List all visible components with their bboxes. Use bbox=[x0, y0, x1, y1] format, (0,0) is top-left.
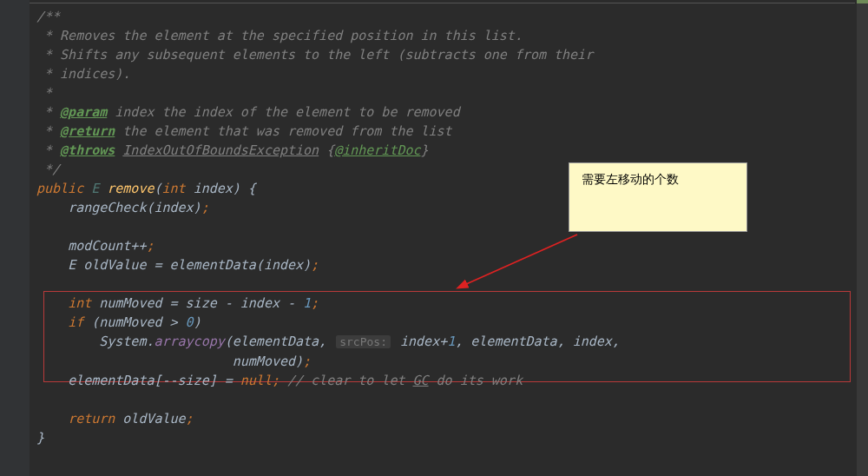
javadoc-line: * Removes the element at the specified p… bbox=[36, 28, 523, 43]
sticky-note[interactable]: 需要左移动的个数 bbox=[569, 162, 747, 232]
param-index: index bbox=[194, 181, 233, 196]
code-editor[interactable]: /** * Removes the element at the specifi… bbox=[0, 0, 868, 476]
oldvalue-decl: E oldValue = elementData(index) bbox=[68, 257, 311, 273]
code-block[interactable]: /** * Removes the element at the specifi… bbox=[36, 7, 620, 447]
line-comment: // clear to let bbox=[287, 373, 413, 388]
num-1: 1 bbox=[303, 295, 311, 311]
javadoc-star: * bbox=[36, 123, 60, 139]
return-text: the element that was removed from the li… bbox=[115, 123, 451, 139]
javadoc-close: */ bbox=[36, 162, 60, 177]
javadoc-line: * indices). bbox=[36, 66, 130, 82]
error-stripe-marker[interactable] bbox=[857, 0, 868, 3]
arraycopy: arraycopy bbox=[154, 334, 224, 349]
kw-if: if bbox=[68, 314, 83, 330]
num-1: 1 bbox=[447, 334, 455, 349]
var-nummoved: numMoved bbox=[99, 295, 161, 311]
method-remove: remove bbox=[107, 181, 154, 196]
rangecheck-call: rangeCheck(index) bbox=[68, 200, 201, 215]
kw-public: public bbox=[36, 181, 83, 196]
comment-gc: GC bbox=[413, 373, 429, 388]
num-0: 0 bbox=[186, 314, 194, 330]
param-hint-srcpos: srcPos: bbox=[336, 335, 391, 348]
modcount: modCount++ bbox=[68, 238, 146, 254]
kw-int: int bbox=[68, 295, 91, 311]
javadoc-line: * bbox=[36, 85, 52, 101]
kw-int: int bbox=[162, 181, 186, 196]
throws-link[interactable]: IndexOutOfBoundsException bbox=[122, 142, 319, 158]
note-text: 需要左移动的个数 bbox=[582, 172, 679, 186]
kw-return: return bbox=[68, 411, 115, 426]
javadoc-star: * bbox=[36, 142, 60, 158]
eldata-assign: elementData[--size] = bbox=[68, 373, 240, 388]
javadoc-line: * Shifts any subsequent elements to the … bbox=[36, 47, 593, 63]
javadoc-open: /** bbox=[36, 9, 60, 24]
javadoc-star: * bbox=[36, 104, 60, 120]
inheritdoc-tag: @inheritDoc bbox=[334, 142, 420, 158]
type-E: E bbox=[91, 181, 99, 196]
return-tag: @return bbox=[60, 123, 115, 139]
param-tag: @param bbox=[60, 104, 107, 120]
param-text: index the index of the element to be rem… bbox=[107, 104, 459, 120]
kw-null: null bbox=[240, 373, 272, 388]
gutter bbox=[0, 0, 30, 476]
vertical-scrollbar[interactable] bbox=[857, 0, 868, 476]
throws-tag: @throws bbox=[60, 142, 115, 158]
fold-border bbox=[30, 3, 855, 3]
